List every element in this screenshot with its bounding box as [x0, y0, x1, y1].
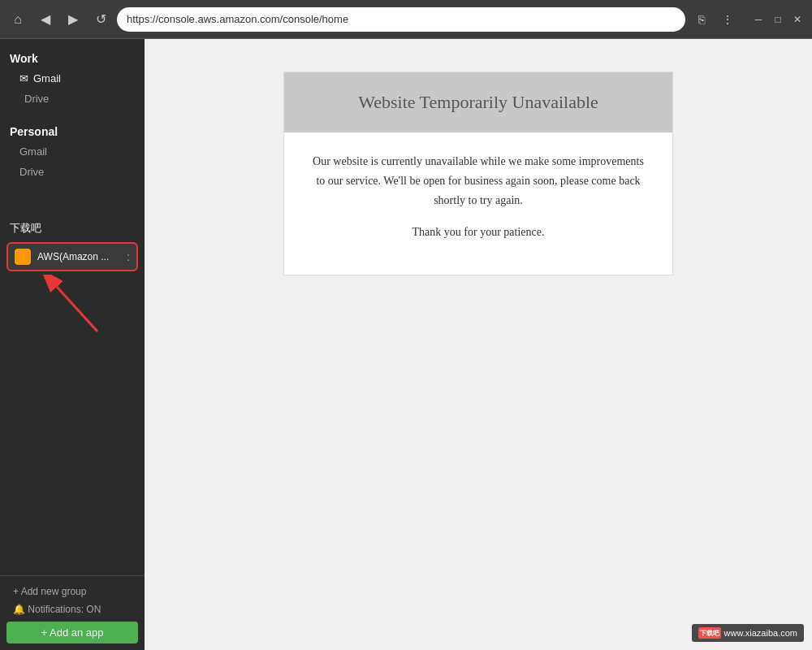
browser-actions: ⎘ ⋮ — [690, 8, 739, 31]
error-box: Website Temporarily Unavailable Our webs… — [283, 72, 673, 275]
notifications-item[interactable]: 🔔 Notifications: ON — [6, 600, 138, 618]
add-group-item[interactable]: + Add new group — [6, 583, 138, 600]
sidebar-item-work-drive[interactable]: Drive — [0, 89, 145, 109]
window-controls: ─ □ ✕ — [750, 11, 806, 28]
sidebar-item-personal-drive-label: Drive — [19, 166, 44, 178]
error-title: Website Temporarily Unavailable — [358, 92, 598, 112]
close-button[interactable]: ✕ — [789, 11, 806, 28]
sidebar-content: Work ✉ Gmail Drive Personal Gmail Drive … — [0, 39, 145, 575]
sidebar: Work ✉ Gmail Drive Personal Gmail Drive … — [0, 39, 145, 650]
sidebar-item-personal-drive[interactable]: Drive — [0, 162, 145, 182]
address-bar[interactable]: https://console.aws.amazon.com/console/h… — [117, 7, 685, 32]
watermark-text: www.xiazaiba.com — [724, 628, 797, 638]
error-paragraph-1: Our website is currently unavailable whi… — [310, 152, 646, 210]
sidebar-item-work-drive-label: Drive — [24, 93, 49, 105]
notifications-label: 🔔 Notifications: ON — [13, 604, 101, 615]
gmail-work-icon: ✉ — [19, 72, 28, 84]
sidebar-item-personal-gmail[interactable]: Gmail — [0, 141, 145, 162]
aws-dots: : — [127, 250, 130, 263]
add-app-button[interactable]: + Add an app — [6, 622, 138, 644]
sidebar-item-work-gmail-label: Gmail — [33, 72, 61, 84]
download-section-label: 下载吧 — [0, 214, 145, 239]
error-paragraph-2: Thank you for your patience. — [310, 223, 646, 242]
browser-chrome: ⌂ ◀ ▶ ↺ https://console.aws.amazon.com/c… — [0, 0, 812, 39]
annotation-arrow-container — [16, 275, 145, 340]
back-button[interactable]: ◀ — [34, 8, 57, 31]
aws-tab-label: AWS(Amazon ... — [37, 251, 120, 262]
add-group-label: + Add new group — [13, 586, 86, 597]
main-layout: Work ✉ Gmail Drive Personal Gmail Drive … — [0, 39, 812, 650]
minimize-button[interactable]: ─ — [750, 11, 767, 28]
annotation-arrow — [32, 275, 130, 340]
error-header: Website Temporarily Unavailable — [284, 72, 672, 132]
sidebar-footer: + Add new group 🔔 Notifications: ON + Ad… — [0, 575, 145, 650]
personal-group-label: Personal — [0, 119, 145, 141]
error-body: Our website is currently unavailable whi… — [284, 132, 672, 275]
aws-icon — [15, 249, 31, 265]
work-group-label: Work — [0, 46, 145, 68]
url-text: https://console.aws.amazon.com/console/h… — [127, 13, 348, 25]
svg-marker-0 — [18, 252, 28, 260]
sidebar-item-personal-gmail-label: Gmail — [19, 145, 47, 158]
home-button[interactable]: ⌂ — [6, 8, 29, 31]
content-area: Website Temporarily Unavailable Our webs… — [145, 39, 812, 650]
maximize-button[interactable]: □ — [770, 11, 786, 28]
forward-button[interactable]: ▶ — [62, 8, 84, 31]
sidebar-item-work-gmail[interactable]: ✉ Gmail — [0, 68, 145, 89]
menu-button[interactable]: ⋮ — [716, 8, 739, 31]
aws-tab[interactable]: AWS(Amazon ... : — [6, 242, 138, 271]
watermark: 下载吧 www.xiazaiba.com — [692, 624, 804, 642]
svg-line-2 — [57, 287, 97, 332]
refresh-button[interactable]: ↺ — [89, 8, 112, 31]
share-button[interactable]: ⎘ — [690, 8, 713, 31]
watermark-logo: 下载吧 — [698, 627, 721, 639]
